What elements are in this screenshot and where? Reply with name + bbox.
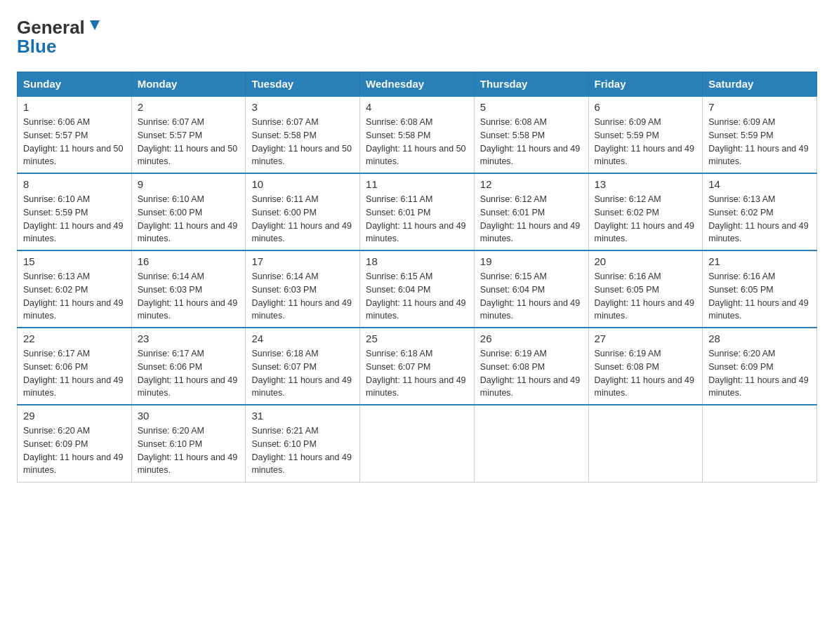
day-info: Sunrise: 6:13 AMSunset: 6:02 PMDaylight:… (23, 270, 126, 323)
calendar-week-row: 8Sunrise: 6:10 AMSunset: 5:59 PMDaylight… (18, 173, 817, 250)
logo-triangle-icon (87, 18, 102, 33)
day-info: Sunrise: 6:14 AMSunset: 6:03 PMDaylight:… (138, 270, 240, 323)
logo-blue-label: Blue (17, 36, 56, 58)
header-saturday: Saturday (703, 72, 817, 97)
day-info: Sunrise: 6:12 AMSunset: 6:01 PMDaylight:… (480, 193, 583, 246)
day-info: Sunrise: 6:09 AMSunset: 5:59 PMDaylight:… (708, 116, 811, 168)
day-number: 20 (595, 255, 697, 267)
page-header: General Blue (17, 17, 817, 58)
day-info: Sunrise: 6:13 AMSunset: 6:02 PMDaylight:… (708, 193, 811, 246)
day-number: 3 (251, 101, 354, 113)
calendar-cell: 21Sunrise: 6:16 AMSunset: 6:05 PMDayligh… (703, 250, 817, 328)
day-number: 8 (23, 178, 126, 190)
calendar-cell: 19Sunrise: 6:15 AMSunset: 6:04 PMDayligh… (474, 250, 588, 328)
day-number: 30 (138, 410, 240, 422)
calendar-cell: 31Sunrise: 6:21 AMSunset: 6:10 PMDayligh… (246, 405, 360, 482)
day-number: 19 (480, 255, 583, 267)
calendar-cell: 16Sunrise: 6:14 AMSunset: 6:03 PMDayligh… (131, 250, 246, 328)
day-number: 26 (480, 333, 583, 344)
calendar-cell: 7Sunrise: 6:09 AMSunset: 5:59 PMDaylight… (703, 96, 817, 173)
calendar-cell (588, 405, 703, 482)
header-monday: Monday (131, 72, 246, 97)
day-info: Sunrise: 6:16 AMSunset: 6:05 PMDaylight:… (708, 270, 811, 323)
calendar-cell: 26Sunrise: 6:19 AMSunset: 6:08 PMDayligh… (474, 328, 588, 405)
day-number: 17 (251, 255, 354, 267)
day-info: Sunrise: 6:15 AMSunset: 6:04 PMDaylight:… (480, 270, 583, 323)
day-number: 10 (251, 178, 354, 190)
day-info: Sunrise: 6:18 AMSunset: 6:07 PMDaylight:… (251, 347, 354, 400)
calendar-week-row: 1Sunrise: 6:06 AMSunset: 5:57 PMDaylight… (18, 96, 817, 173)
calendar-cell: 11Sunrise: 6:11 AMSunset: 6:01 PMDayligh… (360, 173, 475, 250)
calendar-cell: 5Sunrise: 6:08 AMSunset: 5:58 PMDaylight… (474, 96, 588, 173)
calendar-cell: 25Sunrise: 6:18 AMSunset: 6:07 PMDayligh… (360, 328, 475, 405)
calendar-cell: 12Sunrise: 6:12 AMSunset: 6:01 PMDayligh… (474, 173, 588, 250)
day-info: Sunrise: 6:21 AMSunset: 6:10 PMDaylight:… (251, 424, 354, 477)
calendar-table: SundayMondayTuesdayWednesdayThursdayFrid… (17, 72, 817, 483)
calendar-week-row: 29Sunrise: 6:20 AMSunset: 6:09 PMDayligh… (18, 405, 817, 482)
header-tuesday: Tuesday (246, 72, 360, 97)
calendar-cell: 22Sunrise: 6:17 AMSunset: 6:06 PMDayligh… (18, 328, 132, 405)
calendar-cell: 6Sunrise: 6:09 AMSunset: 5:59 PMDaylight… (588, 96, 703, 173)
day-number: 5 (480, 101, 583, 113)
calendar-cell: 27Sunrise: 6:19 AMSunset: 6:08 PMDayligh… (588, 328, 703, 405)
day-number: 24 (251, 333, 354, 344)
calendar-week-row: 15Sunrise: 6:13 AMSunset: 6:02 PMDayligh… (18, 250, 817, 328)
day-info: Sunrise: 6:08 AMSunset: 5:58 PMDaylight:… (366, 116, 468, 168)
calendar-cell: 23Sunrise: 6:17 AMSunset: 6:06 PMDayligh… (131, 328, 246, 405)
day-info: Sunrise: 6:20 AMSunset: 6:09 PMDaylight:… (708, 347, 811, 400)
day-number: 1 (23, 101, 126, 113)
calendar-cell: 4Sunrise: 6:08 AMSunset: 5:58 PMDaylight… (360, 96, 475, 173)
day-info: Sunrise: 6:10 AMSunset: 6:00 PMDaylight:… (138, 193, 240, 246)
day-number: 21 (708, 255, 811, 267)
day-info: Sunrise: 6:20 AMSunset: 6:10 PMDaylight:… (138, 424, 240, 477)
header-wednesday: Wednesday (360, 72, 475, 97)
calendar-cell (360, 405, 475, 482)
day-number: 7 (708, 101, 811, 113)
day-info: Sunrise: 6:07 AMSunset: 5:58 PMDaylight:… (251, 116, 354, 168)
day-number: 6 (595, 101, 697, 113)
day-number: 11 (366, 178, 468, 190)
calendar-cell: 1Sunrise: 6:06 AMSunset: 5:57 PMDaylight… (18, 96, 132, 173)
day-info: Sunrise: 6:11 AMSunset: 6:01 PMDaylight:… (366, 193, 468, 246)
svg-marker-0 (90, 20, 100, 30)
calendar-cell: 17Sunrise: 6:14 AMSunset: 6:03 PMDayligh… (246, 250, 360, 328)
calendar-cell: 24Sunrise: 6:18 AMSunset: 6:07 PMDayligh… (246, 328, 360, 405)
day-number: 15 (23, 255, 126, 267)
day-info: Sunrise: 6:15 AMSunset: 6:04 PMDaylight:… (366, 270, 468, 323)
calendar-cell: 29Sunrise: 6:20 AMSunset: 6:09 PMDayligh… (18, 405, 132, 482)
day-info: Sunrise: 6:06 AMSunset: 5:57 PMDaylight:… (23, 116, 126, 168)
day-info: Sunrise: 6:17 AMSunset: 6:06 PMDaylight:… (23, 347, 126, 400)
day-number: 2 (138, 101, 240, 113)
day-info: Sunrise: 6:20 AMSunset: 6:09 PMDaylight:… (23, 424, 126, 477)
calendar-cell: 3Sunrise: 6:07 AMSunset: 5:58 PMDaylight… (246, 96, 360, 173)
day-number: 27 (595, 333, 697, 344)
day-info: Sunrise: 6:08 AMSunset: 5:58 PMDaylight:… (480, 116, 583, 168)
day-info: Sunrise: 6:11 AMSunset: 6:00 PMDaylight:… (251, 193, 354, 246)
calendar-cell: 20Sunrise: 6:16 AMSunset: 6:05 PMDayligh… (588, 250, 703, 328)
day-info: Sunrise: 6:14 AMSunset: 6:03 PMDaylight:… (251, 270, 354, 323)
day-number: 23 (138, 333, 240, 344)
calendar-cell (474, 405, 588, 482)
day-number: 14 (708, 178, 811, 190)
calendar-cell: 10Sunrise: 6:11 AMSunset: 6:00 PMDayligh… (246, 173, 360, 250)
day-info: Sunrise: 6:18 AMSunset: 6:07 PMDaylight:… (366, 347, 468, 400)
day-number: 29 (23, 410, 126, 422)
day-number: 28 (708, 333, 811, 344)
calendar-cell: 8Sunrise: 6:10 AMSunset: 5:59 PMDaylight… (18, 173, 132, 250)
calendar-week-row: 22Sunrise: 6:17 AMSunset: 6:06 PMDayligh… (18, 328, 817, 405)
calendar-cell: 2Sunrise: 6:07 AMSunset: 5:57 PMDaylight… (131, 96, 246, 173)
day-info: Sunrise: 6:09 AMSunset: 5:59 PMDaylight:… (595, 116, 697, 168)
day-number: 12 (480, 178, 583, 190)
calendar-cell: 13Sunrise: 6:12 AMSunset: 6:02 PMDayligh… (588, 173, 703, 250)
header-thursday: Thursday (474, 72, 588, 97)
calendar-cell (703, 405, 817, 482)
calendar-cell: 9Sunrise: 6:10 AMSunset: 6:00 PMDaylight… (131, 173, 246, 250)
calendar-cell: 15Sunrise: 6:13 AMSunset: 6:02 PMDayligh… (18, 250, 132, 328)
day-number: 13 (595, 178, 697, 190)
day-info: Sunrise: 6:07 AMSunset: 5:57 PMDaylight:… (138, 116, 240, 168)
day-number: 9 (138, 178, 240, 190)
day-number: 4 (366, 101, 468, 113)
day-info: Sunrise: 6:10 AMSunset: 5:59 PMDaylight:… (23, 193, 126, 246)
calendar-cell: 14Sunrise: 6:13 AMSunset: 6:02 PMDayligh… (703, 173, 817, 250)
calendar-cell: 30Sunrise: 6:20 AMSunset: 6:10 PMDayligh… (131, 405, 246, 482)
